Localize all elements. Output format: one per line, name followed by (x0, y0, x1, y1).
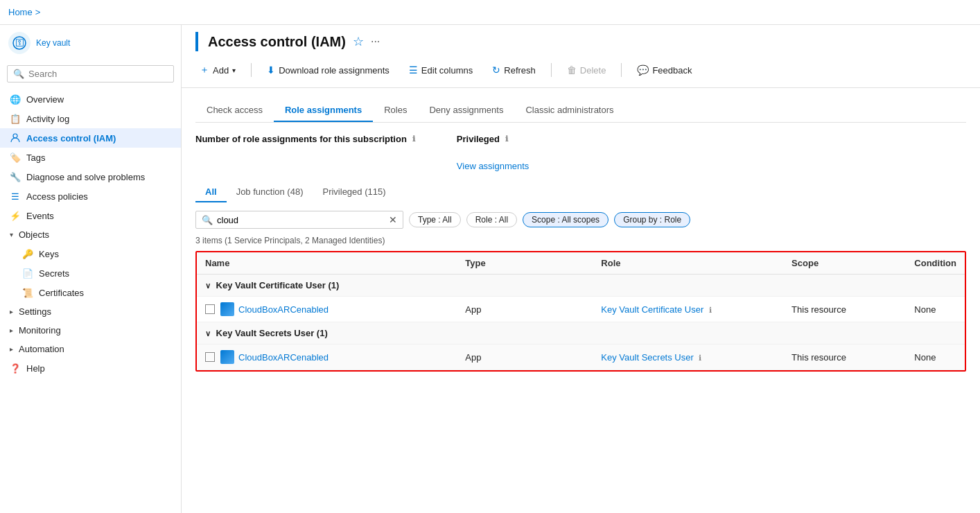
privileged-info-help-icon[interactable]: ℹ (505, 134, 508, 144)
role-assignments-table: Name Type Role Scope Condition ∨ Key (197, 252, 965, 370)
sidebar-item-overview[interactable]: 🌐 Overview (0, 89, 181, 109)
filter-type[interactable]: Type : All (409, 212, 461, 227)
cell-name-1: CloudBoxARCenabled (197, 297, 457, 322)
toolbar-sep-1 (251, 63, 252, 77)
sidebar-item-diagnose[interactable]: 🔧 Diagnose and solve problems (0, 167, 181, 186)
role-info-icon-2[interactable]: ℹ (699, 354, 701, 362)
sidebar-nav: 🌐 Overview 📋 Activity log Access control… (0, 89, 181, 378)
cell-name-2: CloudBoxARCenabled (197, 345, 457, 370)
download-label: Download role assignments (279, 65, 390, 76)
row-checkbox-1[interactable] (205, 304, 215, 314)
main-content: Access control (IAM) ☆ ··· ＋ Add ▾ ⬇ Dow… (182, 25, 980, 513)
delete-label: Delete (580, 65, 606, 76)
page-title: Access control (IAM) (208, 34, 346, 50)
sub-tab-all[interactable]: All (195, 182, 227, 202)
view-assignments-link[interactable]: View assignments (457, 161, 530, 171)
tags-icon: 🏷️ (10, 152, 21, 163)
breadcrumb-sep: > (35, 7, 41, 17)
role-link-2[interactable]: Key Vault Secrets User (601, 352, 693, 363)
group-collapse-icon-1[interactable]: ∨ (205, 281, 211, 290)
cell-condition-1: None (906, 297, 965, 322)
access-control-icon (10, 132, 21, 144)
events-icon: ⚡ (10, 210, 21, 221)
search-clear-icon[interactable]: ✕ (389, 214, 397, 225)
sub-tab-job-function[interactable]: Job function (48) (227, 182, 313, 202)
group-collapse-icon-2[interactable]: ∨ (205, 329, 211, 338)
col-name: Name (197, 252, 457, 275)
sidebar-group-objects[interactable]: ▾ Objects (0, 225, 181, 244)
row-name-link-2[interactable]: CloudBoxARCenabled (238, 352, 329, 363)
role-link-1[interactable]: Key Vault Certificate User (601, 304, 703, 315)
cell-condition-2: None (906, 345, 965, 370)
table-search-box[interactable]: 🔍 ✕ (195, 211, 403, 229)
favorite-icon[interactable]: ☆ (353, 34, 364, 49)
row-checkbox-2[interactable] (205, 352, 215, 362)
table-search-input[interactable] (217, 215, 385, 225)
table-row-2: CloudBoxARCenabled App Key Vault Secrets… (197, 345, 965, 370)
cell-role-1: Key Vault Certificate User ℹ (593, 297, 783, 322)
download-icon: ⬇ (267, 64, 275, 76)
sidebar-item-secrets[interactable]: 📄 Secrets (0, 263, 181, 283)
feedback-icon: 💬 (637, 64, 649, 76)
subscription-info-col: Number of role assignments for this subs… (195, 134, 415, 171)
breadcrumb-home[interactable]: Home (8, 7, 33, 17)
subscription-info-help-icon[interactable]: ℹ (412, 134, 415, 144)
sidebar-search-box[interactable]: 🔍 (7, 65, 174, 82)
sidebar-item-tags[interactable]: 🏷️ Tags (0, 148, 181, 167)
tab-deny-assignments[interactable]: Deny assignments (418, 99, 514, 122)
sidebar-item-certificates[interactable]: 📜 Certificates (0, 283, 181, 302)
filter-group-by[interactable]: Group by : Role (614, 212, 690, 227)
add-label: Add (213, 65, 229, 76)
cell-role-2: Key Vault Secrets User ℹ (593, 345, 783, 370)
filter-role[interactable]: Role : All (466, 212, 517, 227)
add-button[interactable]: ＋ Add ▾ (195, 61, 240, 79)
sidebar-item-activity-log[interactable]: 📋 Activity log (0, 109, 181, 128)
sidebar-item-overview-label: Overview (26, 94, 64, 105)
sidebar-search-input[interactable] (28, 69, 168, 79)
privileged-info-text: Privileged (457, 134, 500, 144)
sidebar-item-help-label: Help (26, 363, 45, 374)
avatar: ⚿ (8, 32, 30, 54)
table-header: Name Type Role Scope Condition (197, 252, 965, 275)
sidebar-item-tags-label: Tags (26, 153, 45, 163)
sidebar-group-settings-label: Settings (19, 306, 51, 317)
sidebar-item-help[interactable]: ❓ Help (0, 358, 181, 378)
sidebar-search-icon: 🔍 (13, 69, 24, 79)
toolbar-sep-3 (621, 63, 622, 77)
sidebar-item-certificates-label: Certificates (39, 288, 84, 298)
table-summary: 3 items (1 Service Principals, 2 Managed… (195, 236, 966, 245)
filter-bar: 🔍 ✕ Type : All Role : All Scope : All sc… (195, 211, 966, 229)
more-options-icon[interactable]: ··· (371, 35, 380, 48)
sidebar-group-monitoring[interactable]: ▸ Monitoring (0, 321, 181, 340)
tab-check-access[interactable]: Check access (195, 99, 274, 122)
table-header-row: Name Type Role Scope Condition (197, 252, 965, 275)
sidebar-group-settings[interactable]: ▸ Settings (0, 302, 181, 321)
sub-tab-privileged[interactable]: Privileged (115) (313, 182, 395, 202)
sidebar-item-keys[interactable]: 🔑 Keys (0, 244, 181, 263)
sidebar-item-access-control[interactable]: Access control (IAM) (0, 128, 181, 148)
sidebar-item-events[interactable]: ⚡ Events (0, 206, 181, 225)
sidebar-item-access-policies[interactable]: ☰ Access policies (0, 186, 181, 206)
sidebar-item-activity-log-label: Activity log (26, 114, 69, 124)
feedback-button[interactable]: 💬 Feedback (633, 62, 696, 78)
role-assignments-table-wrapper: Name Type Role Scope Condition ∨ Key (195, 251, 966, 372)
tab-roles[interactable]: Roles (373, 99, 418, 122)
sidebar-group-automation[interactable]: ▸ Automation (0, 340, 181, 358)
svg-text:⚿: ⚿ (15, 37, 24, 48)
col-type: Type (457, 252, 593, 275)
download-button[interactable]: ⬇ Download role assignments (263, 62, 394, 78)
info-section: Number of role assignments for this subs… (195, 134, 966, 171)
page-header: Access control (IAM) ☆ ··· ＋ Add ▾ ⬇ Dow… (182, 25, 980, 88)
col-scope: Scope (783, 252, 906, 275)
edit-columns-button[interactable]: ☰ Edit columns (405, 62, 477, 78)
edit-columns-label: Edit columns (421, 65, 473, 76)
sidebar-group-objects-label: Objects (19, 229, 49, 240)
sidebar-item-keys-label: Keys (39, 249, 59, 259)
tab-role-assignments[interactable]: Role assignments (274, 99, 373, 122)
filter-scope[interactable]: Scope : All scopes (523, 212, 609, 227)
tab-classic-admins[interactable]: Classic administrators (514, 99, 624, 122)
row-name-link-1[interactable]: CloudBoxARCenabled (238, 304, 329, 315)
refresh-button[interactable]: ↻ Refresh (488, 62, 540, 78)
role-info-icon-1[interactable]: ℹ (709, 306, 712, 314)
delete-button[interactable]: 🗑 Delete (563, 62, 611, 78)
